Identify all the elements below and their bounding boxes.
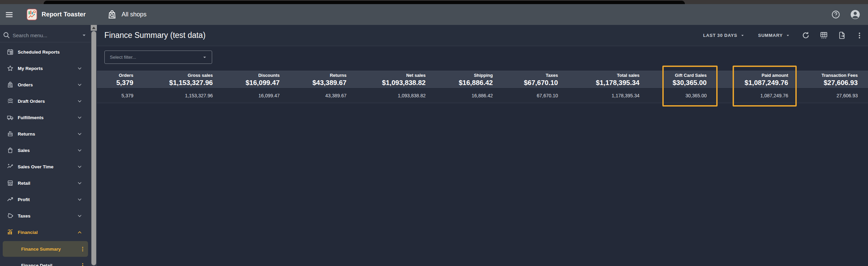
chevron-down-icon	[77, 131, 82, 137]
table-header-row: Orders5,379Gross sales$1,153,327.96Disco…	[97, 71, 868, 88]
menu-icon[interactable]	[5, 10, 14, 19]
more-vert-icon[interactable]	[80, 263, 86, 266]
cell-paid-amount: 1,087,249.76	[717, 88, 798, 103]
cell-orders: 5,379	[97, 88, 144, 103]
column-total: $16,099.47	[246, 79, 280, 87]
sidebar-item-taxes[interactable]: Taxes	[0, 208, 91, 224]
column-total: $1,087,249.76	[745, 79, 788, 87]
sidebar-item-profit[interactable]: Profit	[0, 191, 91, 208]
date-range-button[interactable]: LAST 30 DAYS	[703, 33, 745, 38]
draft-lines-icon	[7, 98, 14, 104]
sidebar-item-financial[interactable]: Financial	[0, 224, 91, 240]
sidebar-subitem-label: Finance Summary	[21, 247, 61, 252]
cell-returns: 43,389.67	[290, 88, 357, 103]
column-header-transaction-fees[interactable]: Transaction Fees$27,606.93	[798, 71, 868, 88]
view-mode-button[interactable]: SUMMARY	[758, 33, 790, 38]
cell-taxes: 67,670.10	[503, 88, 568, 103]
sidebar-item-draft-orders[interactable]: Draft Orders	[0, 93, 91, 109]
chevron-down-icon	[77, 82, 82, 87]
column-label: Returns	[330, 73, 347, 78]
column-label: Transaction Fees	[822, 73, 858, 78]
sidebar-subitem-finance-detail[interactable]: Finance Detail	[3, 257, 88, 266]
shopping-bag-icon	[7, 147, 14, 154]
more-options-icon[interactable]	[856, 32, 863, 39]
column-header-discounts[interactable]: Discounts$16,099.47	[223, 71, 290, 88]
chevron-down-icon	[77, 181, 82, 186]
column-header-taxes[interactable]: Taxes$67,670.10	[503, 71, 568, 88]
column-header-gift-card-sales[interactable]: Gift Card Sales$30,365.00	[650, 71, 717, 88]
export-icon[interactable]	[838, 31, 846, 40]
refresh-icon[interactable]	[801, 31, 810, 40]
help-icon[interactable]	[831, 10, 840, 19]
cell-gross-sales: 1,153,327.96	[144, 88, 223, 103]
sidebar-item-sales-over-time[interactable]: Sales Over Time	[0, 158, 91, 175]
shop-search-icon	[107, 10, 117, 19]
column-label: Paid amount	[762, 73, 788, 78]
main-panel: Finance Summary (test data) LAST 30 DAYS…	[97, 25, 868, 266]
browser-tab	[44, 1, 685, 4]
column-header-total-sales[interactable]: Total sales$1,178,395.34	[568, 71, 650, 88]
sidebar-item-label: Profit	[18, 197, 30, 202]
trend-sparkle-icon	[7, 163, 14, 170]
column-header-returns[interactable]: Returns$43,389.67	[290, 71, 357, 88]
page-title: Finance Summary (test data)	[104, 31, 206, 40]
table-columns-icon[interactable]	[820, 31, 828, 40]
report-header: Finance Summary (test data) LAST 30 DAYS…	[97, 25, 868, 46]
sidebar-item-label: Retail	[18, 181, 30, 186]
sidebar-item-label: Returns	[18, 131, 35, 137]
sidebar-scrollbar	[91, 25, 97, 266]
column-header-shipping[interactable]: Shipping$16,886.42	[436, 71, 503, 88]
report-content: Select filter... Orders5,379Gross sales$…	[97, 46, 868, 266]
sidebar-item-retail[interactable]: Retail	[0, 175, 91, 191]
shop-scope-label: All shops	[122, 11, 147, 18]
scrollbar-thumb[interactable]	[91, 31, 96, 265]
filter-select[interactable]: Select filter...	[104, 51, 212, 64]
sidebar-item-scheduled-reports[interactable]: Scheduled Reports	[0, 44, 91, 60]
column-total: $30,365.00	[673, 79, 707, 87]
sidebar-item-label: Orders	[18, 82, 33, 87]
sidebar-item-returns[interactable]: Returns	[0, 126, 91, 142]
sidebar-subitem-finance-summary[interactable]: Finance Summary	[3, 241, 88, 257]
chevron-down-icon	[77, 164, 82, 169]
app-name: Report Toaster	[42, 11, 86, 18]
column-total: $1,153,327.96	[169, 79, 213, 87]
caret-down-icon	[786, 33, 790, 38]
top-app-bar: Report Toaster All shops	[0, 4, 868, 25]
chevron-down-icon	[77, 197, 82, 202]
search-input[interactable]: Search menu...	[0, 28, 91, 42]
column-label: Total sales	[617, 73, 639, 78]
scroll-up-button[interactable]	[91, 25, 97, 31]
app-window: Report Toaster All shops Search menu... …	[0, 0, 868, 266]
more-vert-icon[interactable]	[80, 246, 86, 252]
search-placeholder: Search menu...	[13, 32, 47, 38]
bag-search-icon	[7, 81, 14, 88]
shop-scope-selector[interactable]: All shops	[107, 10, 147, 19]
table-data-row: 5,3791,153,327.9616,099.4743,389.671,093…	[97, 88, 868, 103]
column-total: $27,606.93	[824, 79, 858, 87]
sidebar-item-fulfillments[interactable]: Fulfillments	[0, 109, 91, 126]
account-icon[interactable]	[850, 9, 860, 20]
column-total: $1,093,838.82	[382, 79, 426, 87]
sidebar-subitem-label: Finance Detail	[21, 263, 53, 266]
column-header-net-sales[interactable]: Net sales$1,093,838.82	[357, 71, 436, 88]
search-icon	[3, 31, 10, 39]
column-total: $1,178,395.34	[596, 79, 639, 87]
column-header-orders[interactable]: Orders5,379	[97, 71, 144, 88]
column-total: $67,670.10	[524, 79, 558, 87]
chevron-down-icon	[77, 148, 82, 153]
column-header-paid-amount[interactable]: Paid amount$1,087,249.76	[717, 71, 798, 88]
sidebar-item-orders[interactable]: Orders	[0, 76, 91, 93]
chevron-down-icon	[77, 115, 82, 120]
column-total: $43,389.67	[312, 79, 347, 87]
sidebar-item-sales[interactable]: Sales	[0, 142, 91, 158]
column-header-gross-sales[interactable]: Gross sales$1,153,327.96	[144, 71, 223, 88]
sidebar-item-label: Scheduled Reports	[18, 50, 60, 55]
sidebar-item-my-reports[interactable]: My Reports	[0, 60, 91, 76]
chevron-down-icon	[77, 66, 82, 71]
cell-net-sales: 1,093,838.82	[357, 88, 436, 103]
date-range-label: LAST 30 DAYS	[703, 33, 737, 38]
column-total: 5,379	[116, 79, 133, 87]
cell-shipping: 16,886.42	[436, 88, 503, 103]
sidebar-item-label: Financial	[18, 230, 38, 235]
column-label: Gift Card Sales	[675, 73, 707, 78]
